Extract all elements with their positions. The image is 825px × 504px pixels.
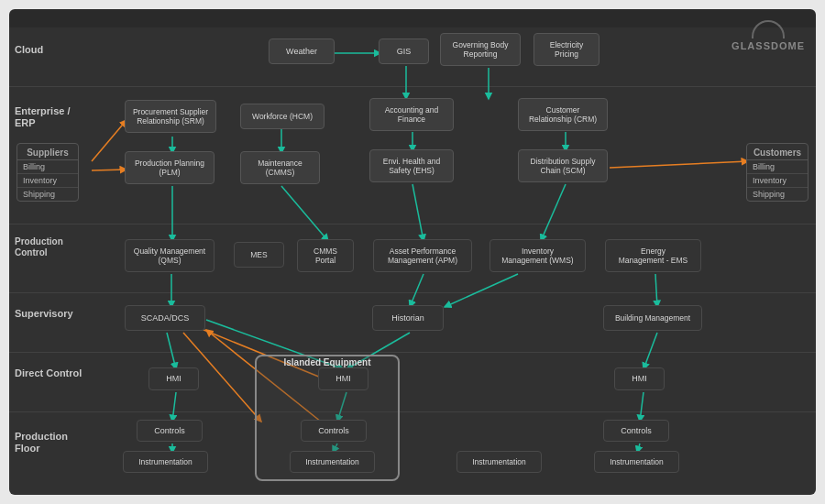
building-mgmt-node: Building Management bbox=[603, 305, 702, 331]
qms-node: Quality Management(QMS) bbox=[125, 239, 214, 272]
historian-node: Historian bbox=[372, 305, 444, 331]
inventory-wms-node: InventoryManagement (WMS) bbox=[490, 239, 586, 272]
diagram-container: Cloud Enterprise / ERP ProductionControl… bbox=[9, 9, 816, 495]
suppliers-shipping: Shipping bbox=[17, 188, 78, 201]
production-floor-label: Production Floor bbox=[15, 431, 93, 455]
instrumentation3-node: Instrumentation bbox=[456, 451, 542, 473]
governing-body-node: Governing BodyReporting bbox=[440, 33, 521, 66]
env-health-node: Envi. Health andSafety (EHS) bbox=[369, 149, 454, 182]
scada-node: SCADA/DCS bbox=[125, 305, 205, 331]
controls1-node: Controls bbox=[137, 420, 203, 442]
logo-arc bbox=[752, 20, 785, 38]
maintenance-node: Maintenance(CMMS) bbox=[240, 151, 320, 184]
hmi3-node: HMI bbox=[614, 367, 665, 390]
procurement-node: Procurement SupplierRelationship (SRM) bbox=[125, 100, 216, 133]
apm-node: Asset PerformanceManagement (APM) bbox=[373, 239, 472, 272]
controls3-node: Controls bbox=[603, 420, 669, 442]
direct-control-label: Direct Control bbox=[15, 367, 93, 379]
suppliers-inventory: Inventory bbox=[17, 174, 78, 188]
enterprise-label: Enterprise / ERP bbox=[15, 105, 93, 129]
instrumentation2-node: Instrumentation bbox=[290, 451, 375, 473]
instrumentation1-node: Instrumentation bbox=[123, 451, 208, 473]
logo: GLASSDOME bbox=[732, 20, 805, 51]
cloud-label: Cloud bbox=[15, 44, 93, 56]
accounting-node: Accounting andFinance bbox=[369, 98, 454, 131]
customers-billing: Billing bbox=[747, 160, 808, 174]
energy-ems-node: EnergyManagement - EMS bbox=[605, 239, 701, 272]
suppliers-billing: Billing bbox=[17, 160, 78, 174]
islanded-label: Islanded Equipment bbox=[259, 357, 395, 367]
customers-inventory: Inventory bbox=[747, 174, 808, 188]
distribution-node: Distribution SupplyChain (SCM) bbox=[518, 149, 608, 182]
weather-node: Weather bbox=[269, 38, 335, 64]
supervisory-label: Supervisory bbox=[15, 308, 93, 320]
hmi1-node: HMI bbox=[148, 367, 199, 390]
mes-node: MES bbox=[234, 242, 284, 268]
cmms-portal-node: CMMSPortal bbox=[297, 239, 354, 272]
customers-title: Customers bbox=[747, 144, 808, 160]
hmi2-node: HMI bbox=[318, 367, 368, 390]
customers-panel: Customers Billing Inventory Shipping bbox=[746, 143, 808, 202]
workforce-node: Workforce (HCM) bbox=[240, 104, 324, 129]
production-control-label: ProductionControl bbox=[15, 236, 93, 258]
instrumentation4-node: Instrumentation bbox=[594, 451, 679, 473]
direct-control-layer bbox=[9, 353, 816, 412]
production-planning-node: Production Planning(PLM) bbox=[125, 151, 214, 184]
gis-node: GIS bbox=[379, 38, 429, 64]
suppliers-title: Suppliers bbox=[17, 144, 78, 160]
suppliers-panel: Suppliers Billing Inventory Shipping bbox=[16, 143, 79, 202]
electricity-pricing-node: ElectricityPricing bbox=[534, 33, 600, 66]
crm-node: CustomerRelationship (CRM) bbox=[518, 98, 608, 131]
controls2-node: Controls bbox=[301, 420, 367, 442]
customers-shipping: Shipping bbox=[747, 188, 808, 201]
